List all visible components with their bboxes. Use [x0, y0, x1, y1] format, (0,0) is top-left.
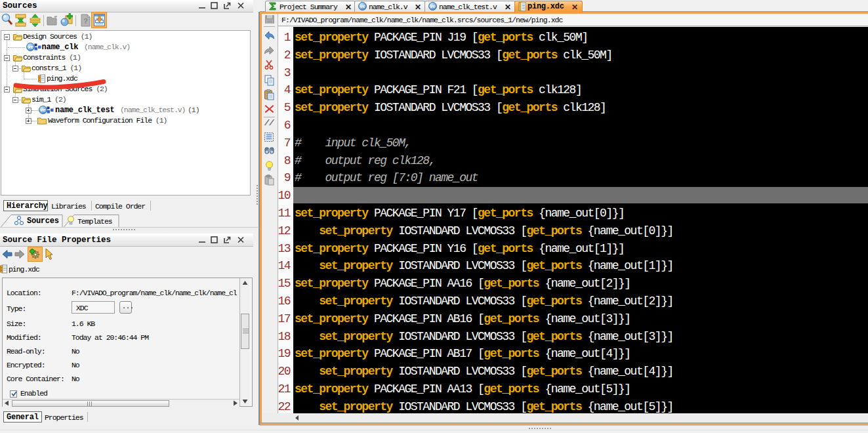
svg-text:ve: ve: [28, 44, 33, 50]
svg-text:ve: ve: [430, 3, 435, 9]
svg-text:ve: ve: [360, 3, 365, 9]
svg-text:ve: ve: [40, 107, 45, 113]
svg-text:?: ?: [83, 17, 88, 25]
